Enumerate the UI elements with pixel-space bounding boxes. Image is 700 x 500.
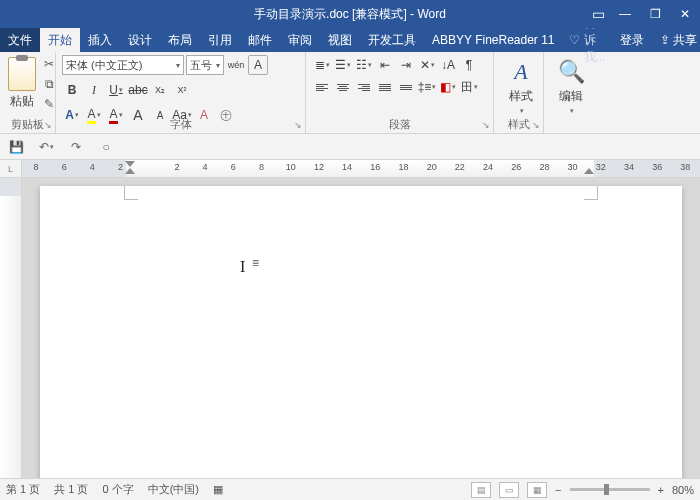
- shading-button[interactable]: ◧▾: [438, 77, 458, 97]
- horizontal-ruler[interactable]: 8642246810121416182022242628303234363842…: [22, 160, 700, 177]
- align-right-button[interactable]: [354, 77, 374, 97]
- font-dialog-launcher[interactable]: ↘: [292, 120, 303, 131]
- paragraph-dialog-launcher[interactable]: ↘: [480, 120, 491, 131]
- view-web-button[interactable]: ▦: [527, 482, 547, 498]
- document-area[interactable]: I ≡: [22, 178, 700, 482]
- tab-home[interactable]: 开始: [40, 28, 80, 52]
- tab-file[interactable]: 文件: [0, 28, 40, 52]
- tell-me[interactable]: ♡ 告诉我...: [563, 28, 612, 52]
- close-button[interactable]: ✕: [670, 0, 700, 28]
- share-button[interactable]: ⇪ 共享: [652, 28, 700, 52]
- group-paragraph-label: 段落: [306, 117, 493, 132]
- paste-button[interactable]: 粘贴: [6, 54, 38, 112]
- zoom-in-button[interactable]: +: [658, 484, 664, 496]
- indent-icon: ⇥: [401, 58, 411, 72]
- restore-button[interactable]: ❐: [640, 0, 670, 28]
- distributed-button[interactable]: [396, 77, 416, 97]
- phonetic-guide-button[interactable]: wén: [226, 55, 246, 75]
- underline-button[interactable]: U▾: [106, 80, 126, 100]
- hanging-indent-marker[interactable]: [125, 168, 135, 174]
- paragraph-mark-icon: ≡: [252, 256, 259, 270]
- zoom-out-button[interactable]: −: [555, 484, 561, 496]
- tab-stop-selector[interactable]: L: [0, 160, 22, 177]
- font-name-combo[interactable]: 宋体 (中文正文) ▾: [62, 55, 184, 75]
- align-center-button[interactable]: [333, 77, 353, 97]
- chevron-down-icon: ▾: [520, 107, 524, 115]
- justify-button[interactable]: [375, 77, 395, 97]
- page[interactable]: I ≡: [40, 186, 682, 482]
- undo-button[interactable]: ↶▾: [36, 137, 56, 157]
- status-words[interactable]: 0 个字: [102, 482, 133, 497]
- tab-review[interactable]: 审阅: [280, 28, 320, 52]
- styles-btn-label: 样式: [509, 88, 533, 105]
- styles-dialog-launcher[interactable]: ↘: [530, 120, 541, 131]
- multilevel-button[interactable]: ☷▾: [354, 55, 374, 75]
- tab-mail[interactable]: 邮件: [240, 28, 280, 52]
- subscript-button[interactable]: X₂: [150, 80, 170, 100]
- strikethrough-button[interactable]: abc: [128, 80, 148, 100]
- minimize-button[interactable]: —: [610, 0, 640, 28]
- bullets-button[interactable]: ≣▾: [312, 55, 332, 75]
- chevron-down-icon[interactable]: ▾: [173, 61, 180, 70]
- status-language[interactable]: 中文(中国): [148, 482, 199, 497]
- group-font: 宋体 (中文正文) ▾ 五号 ▾ wén A B I U▾ abc X₂ X² …: [56, 52, 306, 133]
- status-macro-icon[interactable]: ▦: [213, 483, 223, 496]
- repeat-button[interactable]: ○: [96, 137, 116, 157]
- borders-button[interactable]: 田▾: [459, 77, 479, 97]
- clipboard-dialog-launcher[interactable]: ↘: [42, 120, 53, 131]
- group-styles: A 样式 ▾ 样式 ↘: [494, 52, 544, 133]
- tab-layout[interactable]: 布局: [160, 28, 200, 52]
- group-font-label: 字体: [56, 117, 305, 132]
- first-line-indent-marker[interactable]: [125, 161, 135, 167]
- chevron-down-icon[interactable]: ▾: [213, 61, 220, 70]
- align-left-button[interactable]: [312, 77, 332, 97]
- superscript-button[interactable]: X²: [172, 80, 192, 100]
- ribbon-options-icon[interactable]: ▭: [586, 0, 610, 28]
- numbering-button[interactable]: ☰▾: [333, 55, 353, 75]
- italic-button[interactable]: I: [84, 80, 104, 100]
- zoom-thumb[interactable]: [604, 484, 609, 495]
- font-size-value: 五号: [190, 58, 212, 73]
- brush-icon: ✎: [44, 97, 54, 111]
- clipboard-icon: [8, 57, 36, 91]
- phonetic-label: wén: [228, 60, 245, 70]
- styles-button[interactable]: A 样式 ▾: [500, 54, 542, 115]
- window-title: 手动目录演示.doc [兼容模式] - Word: [254, 6, 446, 23]
- ribbon-tabs: 文件 开始 插入 设计 布局 引用 邮件 审阅 视图 开发工具 ABBYY Fi…: [0, 28, 700, 52]
- tab-devtools[interactable]: 开发工具: [360, 28, 424, 52]
- tab-view[interactable]: 视图: [320, 28, 360, 52]
- bold-button[interactable]: B: [62, 80, 82, 100]
- multilevel-icon: ☷: [356, 58, 367, 72]
- tab-references[interactable]: 引用: [200, 28, 240, 52]
- margin-corner-tr: [584, 186, 598, 200]
- redo-button[interactable]: ↷: [66, 137, 86, 157]
- font-size-combo[interactable]: 五号 ▾: [186, 55, 224, 75]
- font-name-value: 宋体 (中文正文): [66, 58, 142, 73]
- line-spacing-button[interactable]: ‡≡▾: [417, 77, 437, 97]
- status-pages[interactable]: 共 1 页: [54, 482, 88, 497]
- save-button[interactable]: 💾: [6, 137, 26, 157]
- character-border-button[interactable]: A: [248, 55, 268, 75]
- tab-design[interactable]: 设计: [120, 28, 160, 52]
- workspace: I ≡: [0, 178, 700, 482]
- chevron-down-icon: ▾: [570, 107, 574, 115]
- editing-button[interactable]: 🔍 编辑 ▾: [550, 54, 592, 115]
- view-read-button[interactable]: ▤: [471, 482, 491, 498]
- status-page[interactable]: 第 1 页: [6, 482, 40, 497]
- zoom-slider[interactable]: [570, 488, 650, 491]
- status-bar: 第 1 页 共 1 页 0 个字 中文(中国) ▦ ▤ ▭ ▦ − + 80%: [0, 478, 700, 500]
- share-icon: ⇪: [660, 33, 670, 47]
- distributed-icon: [400, 85, 412, 90]
- tab-insert[interactable]: 插入: [80, 28, 120, 52]
- show-marks-button[interactable]: ¶: [459, 55, 479, 75]
- view-print-button[interactable]: ▭: [499, 482, 519, 498]
- tab-abbyy[interactable]: ABBYY FineReader 11: [424, 28, 563, 52]
- vertical-ruler[interactable]: [0, 178, 22, 482]
- asian-layout-button[interactable]: ✕▾: [417, 55, 437, 75]
- increase-indent-button[interactable]: ⇥: [396, 55, 416, 75]
- sort-button[interactable]: ↓A: [438, 55, 458, 75]
- decrease-indent-button[interactable]: ⇤: [375, 55, 395, 75]
- right-indent-marker[interactable]: [584, 168, 594, 174]
- zoom-level[interactable]: 80%: [672, 484, 694, 496]
- login-button[interactable]: 登录: [612, 28, 652, 52]
